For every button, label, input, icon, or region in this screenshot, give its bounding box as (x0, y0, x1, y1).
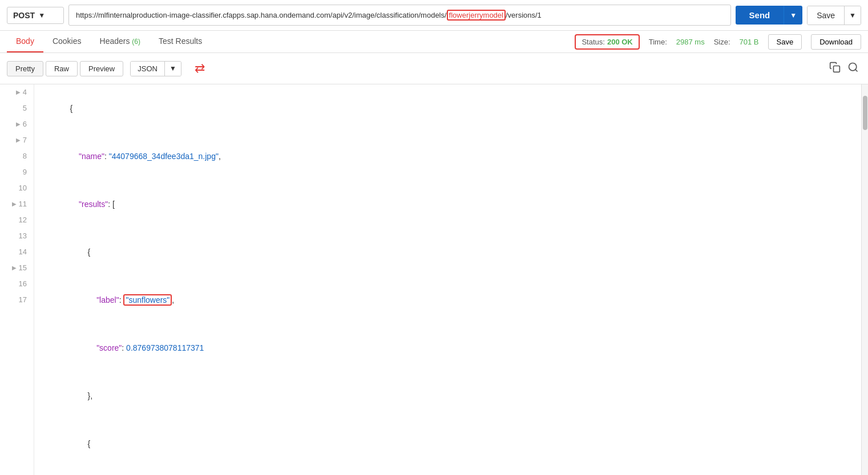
save-arrow-button[interactable]: ▼ (844, 6, 861, 25)
search-button[interactable] (845, 59, 861, 78)
code-line-12: "label": "daisy", (39, 468, 861, 475)
json-format-select[interactable]: JSON ▼ (130, 61, 181, 76)
tab-headers[interactable]: Headers (6) (91, 31, 150, 52)
method-label: POST (13, 11, 35, 20)
send-arrow-button[interactable]: ▼ (784, 6, 802, 25)
status-box: Status: 200 OK (575, 34, 639, 50)
code-line-5: "name": "44079668_34dfee3da1_n.jpg", (39, 132, 861, 180)
top-bar: POST ▼ https://mlfinternalproduction-ima… (0, 0, 868, 31)
raw-button[interactable]: Raw (46, 61, 78, 76)
status-value: 200 OK (607, 38, 633, 46)
send-button[interactable]: Send (736, 6, 784, 25)
json-arrow[interactable]: ▼ (164, 62, 181, 76)
url-text: https://mlfinternalproduction-image-clas… (76, 11, 447, 19)
method-dropdown-arrow: ▼ (38, 11, 45, 19)
format-toolbar: Pretty Raw Preview JSON ▼ ⇄ (0, 53, 868, 84)
response-save-button[interactable]: Save (768, 34, 802, 50)
code-area: ▶ 4 5 ▶ 6 ▶ 7 8 9 10 ▶ 11 12 13 14 ▶ 15 … (0, 84, 868, 475)
fold-arrow-15[interactable]: ▶ (12, 260, 17, 276)
code-line-9: "score": 0.8769738078117371 (39, 324, 861, 372)
size-value: 701 B (740, 38, 759, 46)
tab-body[interactable]: Body (7, 31, 43, 52)
send-btn-group: Send ▼ (736, 6, 803, 25)
url-highlighted: flowerjerrymodel (447, 10, 506, 21)
fold-arrow-4[interactable]: ▶ (16, 84, 21, 100)
wrap-button[interactable]: ⇄ (188, 58, 211, 79)
pretty-button[interactable]: Pretty (7, 61, 43, 76)
code-content: { "name": "44079668_34dfee3da1_n.jpg", "… (34, 84, 861, 475)
svg-point-1 (849, 63, 857, 70)
status-area: Status: 200 OK Time: 2987 ms Size: 701 B… (575, 34, 861, 50)
tabs-row: Body Cookies Headers (6) Test Results St… (0, 31, 868, 53)
scrollbar-thumb[interactable] (863, 96, 867, 130)
fold-arrow-6[interactable]: ▶ (16, 116, 21, 132)
method-select[interactable]: POST ▼ (7, 7, 64, 24)
json-label: JSON (131, 62, 164, 76)
time-value: 2987 ms (676, 38, 705, 46)
tab-test-results[interactable]: Test Results (150, 31, 211, 52)
line-numbers: ▶ 4 5 ▶ 6 ▶ 7 8 9 10 ▶ 11 12 13 14 ▶ 15 … (0, 84, 34, 475)
code-line-10: }, (39, 372, 861, 420)
download-button[interactable]: Download (811, 34, 861, 50)
scrollbar-track[interactable] (861, 84, 868, 475)
tab-cookies[interactable]: Cookies (43, 31, 91, 52)
url-suffix: /versions/1 (506, 11, 542, 19)
line-num-4: ▶ 4 (9, 84, 27, 100)
code-line-11: { (39, 420, 861, 468)
time-label: Time: (649, 38, 667, 46)
size-label: Size: (714, 38, 730, 46)
save-button[interactable]: Save (808, 6, 844, 25)
save-btn-group: Save ▼ (807, 6, 861, 25)
svg-rect-0 (834, 66, 840, 72)
headers-badge: (6) (132, 38, 140, 46)
url-bar: https://mlfinternalproduction-image-clas… (68, 5, 731, 26)
copy-button[interactable] (827, 59, 843, 78)
status-label: Status: (582, 38, 604, 46)
code-line-7: { (39, 228, 861, 276)
code-line-4: { (39, 84, 861, 132)
sunflowers-value: "sunflowers" (123, 294, 172, 306)
code-line-6: "results": [ (39, 180, 861, 228)
code-line-8: "label": "sunflowers", (39, 276, 861, 324)
fold-arrow-7[interactable]: ▶ (16, 132, 21, 148)
preview-button[interactable]: Preview (80, 61, 123, 76)
fold-arrow-11[interactable]: ▶ (12, 196, 17, 212)
